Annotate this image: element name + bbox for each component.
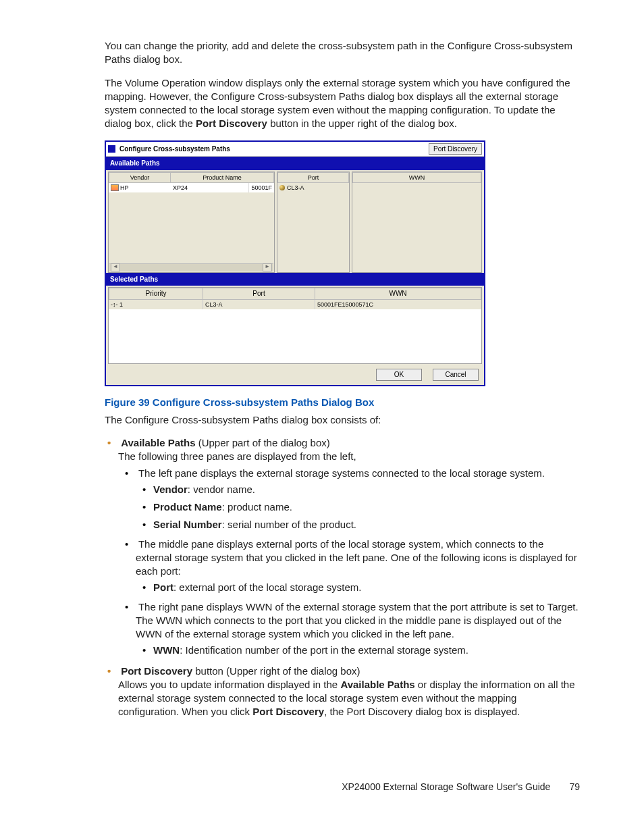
available-paths-header: Available Paths (106, 157, 484, 170)
wwn-field: WWN: Identification number of the port i… (153, 644, 580, 657)
available-paths-line2: The following three panes are displayed … (118, 450, 356, 462)
left-pane-fields: Vendor: vendor name. Product Name: produ… (136, 483, 580, 532)
consists-of-line: The Configure Cross-subsystem Paths dial… (105, 413, 580, 427)
footer-title: XP24000 External Storage Software User's… (342, 781, 550, 793)
dialog-title-text: Configure Cross-subsystem Paths (119, 145, 429, 154)
scroll-left-icon[interactable]: ◄ (111, 263, 120, 271)
port-field: Port: external port of the local storage… (153, 581, 580, 594)
port-discovery-item: Port Discovery button (Upper right of th… (118, 664, 580, 719)
system-icon (111, 184, 119, 191)
vendor-text: : vendor name. (188, 484, 255, 495)
sel-col-priority[interactable]: Priority (109, 288, 203, 300)
systems-scrollbar[interactable]: ◄ ► (109, 263, 273, 271)
serial-bold: Serial Number (153, 519, 222, 530)
cell-port-text: CL3-A (287, 184, 304, 191)
col-wwn[interactable]: WWN (352, 172, 481, 183)
systems-pane[interactable]: Vendor Product Name HP XP24 50001F ◄ ► (108, 172, 275, 273)
ports-row[interactable]: CL3-A (277, 183, 349, 192)
product-text: : product name. (222, 501, 292, 513)
cell-vendor-text: HP (120, 184, 129, 191)
port-discovery-bold: Port Discovery (121, 665, 192, 677)
cell-vendor: HP (109, 183, 171, 192)
sel-cell-priority: -↕- 1 (109, 300, 203, 309)
page-footer: XP24000 External Storage Software User's… (105, 781, 580, 793)
pd-text-c: , the Port Discovery dialog box is displ… (324, 706, 520, 717)
available-paths-bold: Available Paths (121, 437, 195, 448)
middle-pane-item: The middle pane displays external ports … (136, 538, 580, 595)
vendor-field: Vendor: vendor name. (153, 483, 580, 496)
components-list: Available Paths (Upper part of the dialo… (105, 436, 580, 719)
serial-text: : serial number of the product. (222, 519, 356, 530)
product-bold: Product Name (153, 501, 222, 513)
scroll-right-icon[interactable]: ► (263, 263, 272, 271)
col-product-name[interactable]: Product Name (171, 172, 274, 183)
sel-cell-port: CL3-A (203, 300, 315, 309)
configure-paths-dialog: Configure Cross-subsystem Paths Port Dis… (105, 140, 485, 386)
port-bold: Port (153, 581, 173, 593)
vendor-bold: Vendor (153, 484, 188, 495)
paragraph-1: You can change the priority, add and del… (105, 39, 580, 67)
ok-button[interactable]: OK (376, 369, 422, 381)
available-paths-tail: (Upper part of the dialog box) (196, 437, 330, 448)
selected-paths-header: Selected Paths (106, 273, 484, 286)
systems-row[interactable]: HP XP24 50001F (109, 183, 274, 192)
system-menu-icon[interactable] (108, 145, 115, 153)
col-port[interactable]: Port (277, 172, 349, 183)
sel-col-port[interactable]: Port (203, 288, 315, 300)
paragraph-2-bold: Port Discovery (196, 118, 267, 129)
col-vendor[interactable]: Vendor (109, 172, 171, 183)
selected-paths-table[interactable]: Priority Port WWN -↕- 1 CL3-A 50001FE150… (108, 287, 482, 364)
middle-pane-fields: Port: external port of the local storage… (136, 581, 580, 594)
left-pane-text: The left pane displays the external stor… (138, 467, 545, 479)
port-discovery-tail: button (Upper right of the dialog box) (192, 665, 360, 677)
paragraph-2-b: button in the upper right of the dialog … (267, 118, 457, 129)
port-discovery-button[interactable]: Port Discovery (429, 143, 482, 155)
wwn-pane[interactable]: WWN (352, 172, 482, 273)
sel-cell-priority-val: 1 (119, 301, 123, 308)
product-field: Product Name: product name. (153, 500, 580, 514)
dialog-title-bar: Configure Cross-subsystem Paths Port Dis… (106, 142, 484, 157)
port-text: : external port of the local storage sys… (173, 581, 361, 593)
right-pane-text: The right pane displays WWN of the exter… (136, 601, 579, 640)
cell-port: CL3-A (277, 183, 349, 192)
paragraph-2: The Volume Operation window displays onl… (105, 76, 580, 131)
cell-product: XP24 (171, 183, 248, 192)
right-pane-item: The right pane displays WWN of the exter… (136, 600, 580, 658)
pd-text-a: Allows you to update information display… (118, 679, 340, 690)
ports-pane[interactable]: Port CL3-A (277, 172, 350, 273)
available-paths-panes: Vendor Product Name HP XP24 50001F ◄ ► (106, 170, 484, 273)
sel-cell-wwn: 50001FE15000571C (315, 300, 481, 309)
figure-caption: Figure 39 Configure Cross-subsystem Path… (105, 396, 580, 409)
cell-serial: 50001F (248, 183, 274, 192)
pd-bold-2: Port Discovery (252, 706, 324, 717)
dialog-button-row: OK Cancel (106, 366, 484, 385)
serial-field: Serial Number: serial number of the prod… (153, 518, 580, 531)
panes-list: The left pane displays the external stor… (118, 467, 580, 658)
sel-col-wwn[interactable]: WWN (315, 288, 481, 300)
footer-page-number: 79 (569, 781, 580, 793)
wwn-bold: WWN (153, 644, 180, 656)
right-pane-fields: WWN: Identification number of the port i… (136, 644, 580, 657)
port-icon (279, 185, 285, 190)
available-paths-item: Available Paths (Upper part of the dialo… (118, 436, 580, 658)
wwn-text: : Identification number of the port in t… (180, 644, 468, 656)
middle-pane-text: The middle pane displays external ports … (136, 538, 577, 577)
left-pane-item: The left pane displays the external stor… (136, 467, 580, 532)
pd-bold-1: Available Paths (340, 679, 414, 690)
cancel-button[interactable]: Cancel (433, 369, 479, 381)
selected-row[interactable]: -↕- 1 CL3-A 50001FE15000571C (109, 300, 481, 309)
